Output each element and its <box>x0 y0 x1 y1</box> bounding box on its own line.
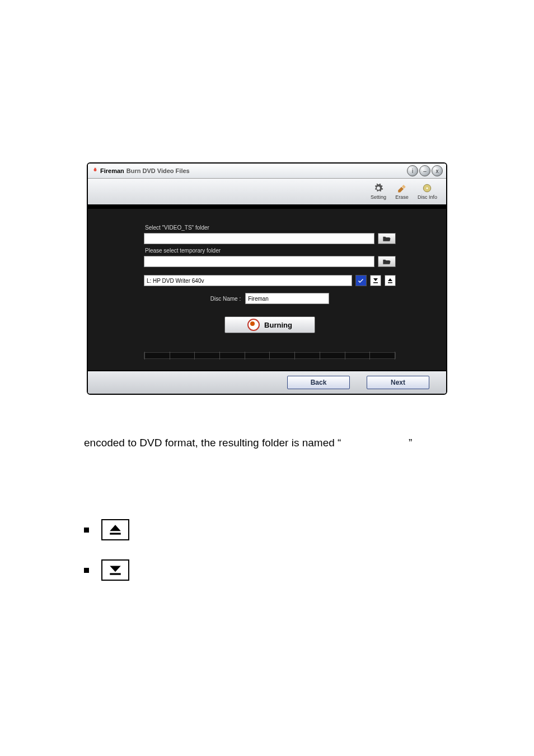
temp-folder-label: Please select temporary folder <box>145 248 396 254</box>
svg-rect-2 <box>373 282 378 283</box>
progress-bar <box>144 352 396 359</box>
check-icon <box>358 278 364 283</box>
app-brand: Fireman <box>100 167 124 174</box>
load-tray-icon <box>373 278 378 283</box>
browse-temp-button[interactable] <box>378 256 396 267</box>
folder-open-icon <box>382 235 391 242</box>
load-tray-icon <box>108 564 123 576</box>
burning-button[interactable]: Burning <box>224 316 315 333</box>
svg-rect-3 <box>388 282 392 283</box>
caption-text: encoded to DVD format, the resulting fol… <box>84 434 509 452</box>
bullet-square-icon <box>84 568 89 573</box>
icon-bullet-list <box>84 519 489 581</box>
back-button[interactable]: Back <box>287 376 350 389</box>
svg-rect-4 <box>110 533 121 535</box>
list-item <box>84 519 489 540</box>
gear-icon <box>372 183 385 193</box>
next-button[interactable]: Next <box>367 376 429 389</box>
toolbar-setting[interactable]: Setting <box>371 183 386 200</box>
app-subtitle: Burn DVD Video Files <box>127 167 190 174</box>
bullet-square-icon <box>84 528 89 533</box>
video-ts-input[interactable] <box>144 233 374 244</box>
disc-name-label: Disc Name : <box>210 296 241 302</box>
eject-icon <box>387 278 393 283</box>
flame-icon <box>91 167 98 175</box>
toolbar-discinfo[interactable]: Disc Info <box>418 183 437 200</box>
browse-video-ts-button[interactable] <box>378 233 396 244</box>
app-window: Fireman Burn DVD Video Files i – x Setti… <box>87 162 447 395</box>
toolbar-erase[interactable]: Erase <box>395 183 409 200</box>
drive-dropdown-button[interactable] <box>355 275 367 286</box>
eject-icon-box <box>101 519 129 540</box>
toolbar-erase-label: Erase <box>395 194 409 200</box>
eraser-icon <box>395 183 409 193</box>
footer-bar: Back Next <box>88 370 446 394</box>
eject-icon <box>108 524 123 536</box>
minimize-button[interactable]: – <box>419 165 430 176</box>
load-icon-box <box>101 559 129 581</box>
disc-burn-icon <box>247 319 260 331</box>
drive-select[interactable]: L: HP DVD Writer 640v <box>144 275 352 286</box>
list-item <box>84 559 489 581</box>
toolbar-setting-label: Setting <box>371 194 386 200</box>
svg-point-1 <box>427 188 428 189</box>
toolbar-discinfo-label: Disc Info <box>418 194 437 200</box>
drive-select-value: L: HP DVD Writer 640v <box>147 278 204 284</box>
toolbar: Setting Erase Disc Info <box>88 179 446 206</box>
temp-folder-input[interactable] <box>144 256 374 267</box>
disc-name-input[interactable] <box>245 293 329 304</box>
burning-button-label: Burning <box>264 321 292 329</box>
disc-info-icon <box>420 183 434 193</box>
video-ts-label: Select "VIDEO_TS" folder <box>145 225 396 231</box>
folder-open-icon <box>382 258 391 265</box>
eject-tray-button[interactable] <box>385 275 396 286</box>
titlebar: Fireman Burn DVD Video Files i – x <box>88 164 446 179</box>
info-button[interactable]: i <box>407 165 418 176</box>
close-button[interactable]: x <box>432 165 443 176</box>
main-panel: Select "VIDEO_TS" folder Please select t… <box>88 209 446 370</box>
svg-rect-5 <box>110 573 121 575</box>
load-tray-button[interactable] <box>370 275 381 286</box>
